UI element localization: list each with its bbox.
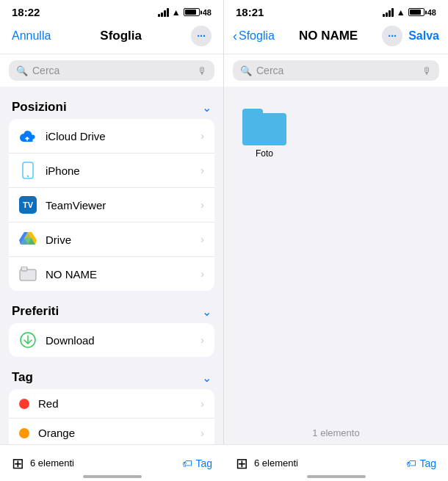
noname-label: NO NAME (46, 268, 192, 281)
right-tag-label: Tag (419, 458, 436, 469)
red-label: Red (38, 397, 192, 410)
preferiti-list: Download › (9, 323, 214, 357)
folder-area: Foto (224, 87, 448, 481)
left-status-icons: ▲ 48 (158, 7, 212, 18)
list-item-red[interactable]: Red › (9, 389, 214, 419)
folder-body (242, 113, 286, 145)
posizioni-title: Posizioni (12, 100, 67, 115)
cancel-button[interactable]: Annulla (12, 29, 51, 43)
right-tag-icon: 🏷 (406, 458, 416, 469)
page-title: Sfoglia (100, 29, 142, 43)
battery-percent: 48 (203, 8, 212, 17)
ellipsis-icon: ··· (197, 30, 206, 42)
right-search-placeholder: Cerca (256, 65, 418, 76)
svg-point-1 (27, 176, 29, 177)
list-chevron-iphone: › (200, 164, 204, 176)
left-tag-label: Tag (195, 458, 212, 469)
left-item-count: ⊞ 6 elementi (12, 455, 74, 472)
right-grid-icon: ⊞ (236, 455, 248, 472)
posizioni-chevron[interactable]: ⌄ (202, 101, 212, 115)
iphone-label: iPhone (46, 164, 192, 177)
list-item-iphone[interactable]: iPhone › (9, 153, 214, 188)
battery-icon (184, 8, 200, 16)
drive-label: Drive (46, 234, 192, 246)
right-item-count-bar: ⊞ 6 elementi (236, 455, 298, 472)
right-battery-percent: 48 (427, 8, 436, 17)
right-count-label: 6 elementi (254, 458, 298, 469)
icloud-label: iCloud Drive (46, 130, 192, 142)
left-search-wrap: 🔍 Cerca 🎙 (0, 54, 223, 87)
list-item-teamviewer[interactable]: TV TeamViewer › (9, 188, 214, 223)
list-chevron-icloud: › (200, 130, 204, 142)
list-item-drive[interactable]: Drive › (9, 223, 214, 257)
list-chevron-download: › (200, 334, 204, 346)
right-wifi-icon: ▲ (397, 7, 405, 18)
grid-icon: ⊞ (12, 455, 24, 472)
right-nav-bar: ‹ Sfoglia NO NAME ··· Salva (224, 21, 448, 54)
right-search-icon: 🔍 (240, 65, 252, 76)
mic-icon: 🎙 (198, 65, 207, 76)
back-label: Sfoglia (239, 29, 275, 43)
signal-icon (158, 8, 169, 17)
orange-dot-icon (19, 428, 29, 438)
iphone-icon (19, 162, 37, 179)
left-scroll-content: Posizioni ⌄ iCloud Drive › iPhone (0, 87, 223, 481)
svg-rect-11 (21, 267, 27, 271)
right-battery-icon (408, 8, 424, 16)
right-tag-button[interactable]: 🏷 Tag (406, 458, 436, 469)
item-count: 1 elemento (224, 427, 448, 438)
right-more-button[interactable]: ··· (382, 26, 402, 46)
preferiti-title: Preferiti (12, 304, 59, 319)
folder-item-foto[interactable]: Foto (239, 109, 290, 159)
teamviewer-label: TeamViewer (46, 199, 192, 211)
teamviewer-icon: TV (19, 196, 37, 214)
right-panel: 18:21 ▲ 48 ‹ Sfoglia NO NAM (224, 0, 448, 481)
list-item-download[interactable]: Download › (9, 323, 214, 357)
right-page-title: NO NAME (275, 29, 382, 43)
right-signal-icon (383, 8, 394, 17)
list-item-noname[interactable]: NO NAME › (9, 257, 214, 291)
tag-title: Tag (12, 370, 33, 385)
wifi-icon: ▲ (172, 7, 181, 18)
left-tag-button[interactable]: 🏷 Tag (182, 458, 212, 469)
orange-label: Orange (38, 427, 192, 439)
red-dot-icon (19, 399, 29, 409)
tag-icon: 🏷 (182, 458, 192, 469)
preferiti-chevron[interactable]: ⌄ (202, 305, 212, 319)
download-label: Download (46, 334, 192, 347)
tag-section-header: Tag ⌄ (0, 357, 223, 389)
left-nav-bar: Annulla Sfoglia ··· (0, 21, 223, 54)
left-panel: 18:22 ▲ 48 Annulla Sfoglia ··· (0, 0, 224, 481)
drive-icon (19, 231, 37, 248)
right-status-bar: 18:21 ▲ 48 (224, 0, 448, 21)
right-ellipsis-icon: ··· (388, 30, 397, 42)
home-indicator (83, 475, 142, 478)
more-button[interactable]: ··· (191, 26, 212, 46)
right-home-indicator (307, 475, 366, 478)
right-status-icons: ▲ 48 (383, 7, 436, 18)
list-chevron-teamviewer: › (200, 199, 204, 211)
list-chevron-noname: › (200, 268, 204, 280)
left-status-bar: 18:22 ▲ 48 (0, 0, 223, 21)
back-chevron-icon: ‹ (233, 29, 237, 44)
list-chevron-drive: › (200, 234, 204, 245)
posizioni-section-header: Posizioni ⌄ (0, 87, 223, 119)
tag-chevron[interactable]: ⌄ (202, 371, 212, 385)
preferiti-section-header: Preferiti ⌄ (0, 291, 223, 323)
right-time: 18:21 (236, 6, 264, 18)
save-button[interactable]: Salva (408, 29, 439, 43)
list-item-orange[interactable]: Orange › (9, 419, 214, 448)
noname-icon (19, 265, 37, 283)
folder-icon (242, 109, 286, 145)
posizioni-list: iCloud Drive › iPhone › TV TeamViewer (9, 119, 214, 291)
right-mic-icon: 🎙 (422, 65, 432, 76)
download-icon (19, 331, 37, 349)
left-time: 18:22 (12, 6, 40, 18)
left-search-placeholder: Cerca (32, 65, 193, 76)
left-search-bar[interactable]: 🔍 Cerca 🎙 (9, 60, 214, 81)
back-button[interactable]: ‹ Sfoglia (233, 29, 275, 44)
right-search-wrap: 🔍 Cerca 🎙 (224, 54, 448, 87)
right-search-bar[interactable]: 🔍 Cerca 🎙 (233, 60, 439, 81)
list-item-icloud[interactable]: iCloud Drive › (9, 119, 214, 153)
folder-label: Foto (256, 148, 273, 159)
